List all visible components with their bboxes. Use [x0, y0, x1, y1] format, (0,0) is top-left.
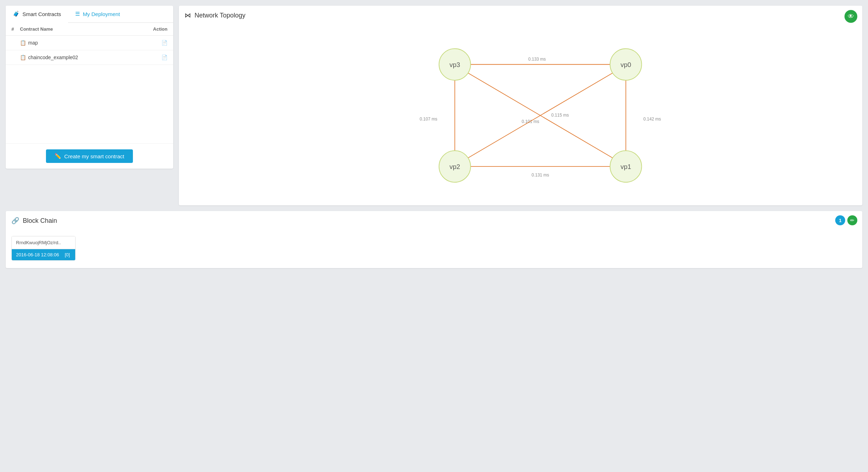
create-smart-contract-button[interactable]: ✏️ Create my smart contract — [46, 149, 133, 163]
smart-contracts-panel: 🧳 Smart Contracts ☰ My Deployment # Cont… — [6, 6, 173, 169]
file-icon[interactable]: 📄 — [161, 55, 167, 60]
edge-label-vp3-vp2: 0.107 ms — [420, 117, 437, 122]
node-vp0-label: vp0 — [621, 61, 631, 68]
contracts-table: # Contract Name Action 📋 map 📄 — [6, 23, 173, 143]
panel-tabs: 🧳 Smart Contracts ☰ My Deployment — [6, 6, 173, 23]
row-name: 📋 map — [20, 40, 146, 46]
empty-area — [6, 65, 173, 143]
block-index: [0] — [65, 252, 70, 257]
blockchain-panel: 🔗 Block Chain 1 ✏ RrndKwuojRMjOz/rd.. 20… — [6, 211, 862, 268]
block-timestamp: 2016-06-18 12:08:06 — [16, 252, 59, 257]
col-num-header: # — [11, 26, 20, 32]
pencil-icon: ✏️ — [55, 153, 61, 159]
blockchain-label: Block Chain — [23, 217, 57, 225]
col-action-header: Action — [146, 26, 167, 32]
panel-footer: ✏️ Create my smart contract — [6, 143, 173, 169]
create-btn-label: Create my smart contract — [64, 153, 124, 159]
blockchain-title: 🔗 Block Chain — [11, 217, 857, 225]
network-topology-title: ⋈ Network Topology — [185, 11, 857, 19]
node-vp2-label: vp2 — [450, 163, 460, 170]
network-topology-panel: ⋈ Network Topology 👁 0.133 ms 0.131 ms 0… — [179, 6, 862, 205]
tab-smart-contracts-label: Smart Contracts — [22, 11, 61, 17]
share-icon: ⋈ — [185, 11, 191, 19]
row-name: 📋 chaincode_example02 — [20, 55, 146, 60]
network-topology-label: Network Topology — [195, 12, 246, 19]
contract-icon: 📋 — [20, 55, 26, 60]
edge-label-vp3-vp0: 0.133 ms — [528, 57, 546, 62]
table-row: 📋 chaincode_example02 📄 — [6, 50, 173, 65]
main-container: 🧳 Smart Contracts ☰ My Deployment # Cont… — [6, 6, 862, 268]
edge-label-vp0-vp2: 0.115 ms — [551, 113, 569, 118]
block-card: RrndKwuojRMjOz/rd.. 2016-06-18 12:08:06 … — [11, 236, 76, 261]
block-info: 2016-06-18 12:08:06 [0] — [12, 249, 75, 260]
link-icon: 🔗 — [11, 217, 19, 225]
tab-my-deployment[interactable]: ☰ My Deployment — [68, 6, 127, 23]
node-vp3-label: vp3 — [450, 61, 460, 68]
edge-label-vp0-vp1: 0.142 ms — [644, 117, 661, 122]
tab-smart-contracts[interactable]: 🧳 Smart Contracts — [6, 6, 68, 23]
block-count-badge: 1 — [835, 215, 845, 225]
contracts-table-header: # Contract Name Action — [6, 23, 173, 36]
monitor-badge[interactable]: 👁 — [844, 10, 857, 23]
edge-label-vp2-vp1: 0.131 ms — [532, 173, 549, 178]
contract-name: chaincode_example02 — [28, 55, 78, 60]
edit-badge[interactable]: ✏ — [847, 215, 857, 225]
col-name-header: Contract Name — [20, 26, 146, 32]
list-icon: ☰ — [75, 11, 80, 17]
block-hash: RrndKwuojRMjOz/rd.. — [12, 236, 75, 249]
monitor-icon: 👁 — [848, 13, 854, 20]
top-row: 🧳 Smart Contracts ☰ My Deployment # Cont… — [6, 6, 862, 205]
file-icon[interactable]: 📄 — [161, 40, 167, 46]
blockchain-badges: 1 ✏ — [835, 215, 857, 225]
node-vp1-label: vp1 — [621, 163, 631, 170]
tab-my-deployment-label: My Deployment — [83, 11, 120, 17]
contract-icon: 📋 — [20, 40, 26, 46]
contract-name: map — [28, 40, 38, 46]
row-action[interactable]: 📄 — [146, 40, 167, 46]
row-action[interactable]: 📄 — [146, 55, 167, 60]
table-row: 📋 map 📄 — [6, 36, 173, 50]
topology-graph: 0.133 ms 0.131 ms 0.107 ms 0.142 ms 0.10… — [185, 25, 857, 196]
briefcase-icon: 🧳 — [13, 11, 20, 17]
